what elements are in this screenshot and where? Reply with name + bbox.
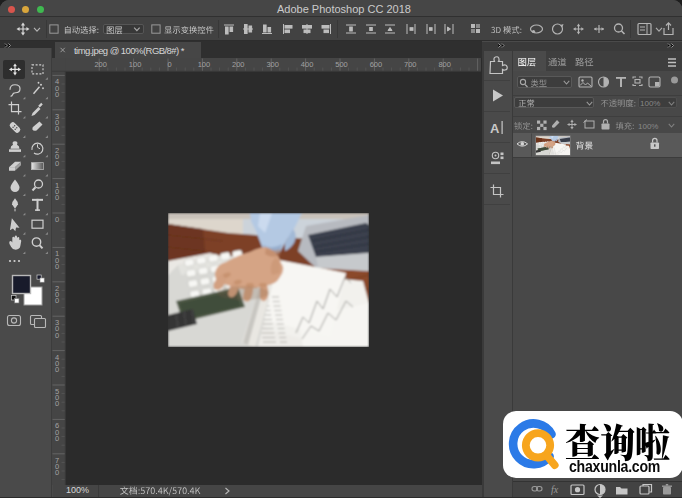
svg-text:100: 100: [129, 60, 142, 69]
svg-text:800: 800: [438, 60, 451, 69]
svg-text:0: 0: [55, 124, 59, 133]
svg-text:0: 0: [55, 262, 59, 271]
svg-text:0: 0: [55, 159, 59, 168]
svg-text:0: 0: [167, 60, 171, 69]
svg-text:fx: fx: [551, 484, 559, 495]
svg-text:0: 0: [55, 399, 59, 408]
svg-text:0: 0: [55, 434, 59, 443]
svg-text:300: 300: [266, 60, 279, 69]
svg-text:0: 0: [55, 215, 59, 224]
svg-text:0: 0: [55, 365, 59, 374]
svg-text:0: 0: [55, 468, 59, 477]
svg-text:500: 500: [335, 60, 348, 69]
svg-text:100: 100: [198, 60, 211, 69]
svg-text:400: 400: [301, 60, 314, 69]
svg-text:200: 200: [232, 60, 245, 69]
svg-text:0: 0: [55, 296, 59, 305]
svg-text:0: 0: [55, 193, 59, 202]
svg-text:A: A: [490, 121, 500, 136]
svg-text:0: 0: [55, 90, 59, 99]
svg-text:200: 200: [94, 60, 107, 69]
svg-text:0: 0: [55, 331, 59, 340]
svg-text:700: 700: [404, 60, 417, 69]
svg-text:600: 600: [370, 60, 383, 69]
